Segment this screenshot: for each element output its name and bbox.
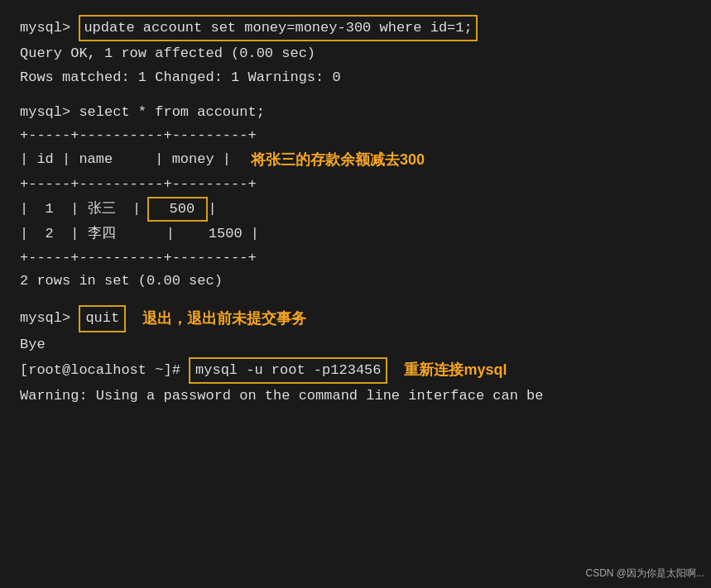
update-sql-highlight: update account set money=money-300 where… <box>79 15 477 41</box>
rows-matched-text: Rows matched: 1 Changed: 1 Warnings: 0 <box>20 69 341 85</box>
mysql-prompt-2: mysql> <box>20 102 79 123</box>
table-data-row2: | 2 | 李四 | 1500 | <box>20 223 691 245</box>
warning-text: Warning: Using a password on the command… <box>20 388 544 404</box>
table-header-text: | id | name | money | <box>20 149 231 170</box>
mysql-prompt-3: mysql> <box>20 308 79 329</box>
spacer1 <box>20 90 691 102</box>
reconnect-highlight: mysql -u root -p123456 <box>189 357 387 384</box>
update-command-line: mysql> update account set money=money-30… <box>20 15 691 41</box>
quit-command: mysql> quit <box>20 305 126 332</box>
update-command: mysql> update account set money=money-30… <box>20 15 691 41</box>
select-command: mysql> select * from account; <box>20 102 691 123</box>
root-prompt: [root@localhost ~]# <box>20 360 189 381</box>
annotation-reconnect: 重新连接mysql <box>404 359 507 382</box>
quit-highlight: quit <box>79 305 126 332</box>
watermark: CSDN @因为你是太阳啊... <box>585 566 704 581</box>
table-border-3: +-----+----------+---------+ <box>20 247 691 269</box>
row1-money-value: 500 <box>152 201 203 217</box>
reconnect-text: mysql -u root -p123456 <box>195 362 381 378</box>
table-header-row: | id | name | money | 将张三的存款余额减去300 <box>20 149 691 172</box>
select-sql-text: select * from account; <box>79 102 264 123</box>
rows-matched-line: Rows matched: 1 Changed: 1 Warnings: 0 <box>20 67 691 88</box>
spacer2 <box>20 294 691 305</box>
reconnect-command: [root@localhost ~]# mysql -u root -p1234… <box>20 357 387 384</box>
table-border-2: +-----+----------+---------+ <box>20 174 691 195</box>
query-ok-text: Query OK, 1 row affected (0.00 sec) <box>20 45 315 61</box>
table-border-1: +-----+----------+---------+ <box>20 125 691 146</box>
row1-money-highlight: 500 <box>147 197 208 222</box>
table-data-row1: | 1 | 张三 | 500 | <box>20 197 691 222</box>
row1-after: | <box>208 198 216 220</box>
bye-line: Bye <box>20 334 691 356</box>
terminal: mysql> update account set money=money-30… <box>0 0 711 588</box>
annotation-quit: 退出，退出前未提交事务 <box>142 308 306 331</box>
row1-before: | 1 | 张三 | <box>20 198 141 220</box>
update-sql-text: update account set money=money-300 where… <box>84 20 472 36</box>
quit-command-line: mysql> quit 退出，退出前未提交事务 <box>20 305 691 332</box>
bye-text: Bye <box>20 337 46 352</box>
mysql-prompt: mysql> <box>20 17 79 39</box>
annotation-balance: 将张三的存款余额减去300 <box>251 149 425 172</box>
select-command-line: mysql> select * from account; <box>20 102 691 123</box>
rows-in-set-text: 2 rows in set (0.00 sec) <box>20 273 223 289</box>
warning-line: Warning: Using a password on the command… <box>20 385 691 407</box>
rows-in-set-line: 2 rows in set (0.00 sec) <box>20 270 691 292</box>
quit-text: quit <box>85 310 119 326</box>
reconnect-line: [root@localhost ~]# mysql -u root -p1234… <box>20 357 691 384</box>
query-ok-line: Query OK, 1 row affected (0.00 sec) <box>20 43 691 65</box>
